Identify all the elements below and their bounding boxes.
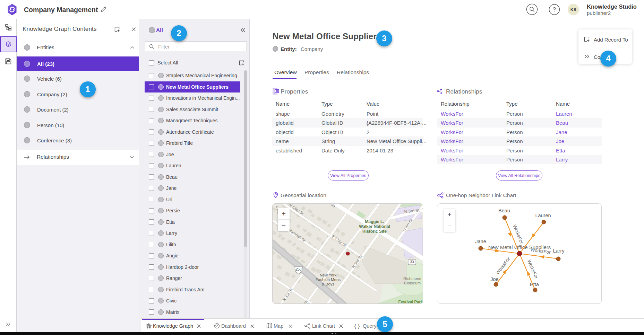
svg-text:Beau: Beau [498, 208, 510, 213]
svg-text:New Metal Office Suppliers: New Metal Office Suppliers [488, 244, 551, 250]
svg-text:Historic Site: Historic Site [362, 229, 387, 234]
svg-text:Coliseum: Coliseum [404, 281, 421, 285]
svg-text:250: 250 [296, 267, 302, 271]
svg-text:New York: New York [320, 273, 337, 277]
svg-text:Lauren: Lauren [535, 213, 551, 218]
svg-text:Jane: Jane [475, 239, 486, 244]
svg-text:Larry: Larry [553, 248, 565, 254]
svg-text:33: 33 [410, 260, 414, 264]
svg-text:Joe: Joe [490, 276, 498, 282]
svg-text:Richmond: Richmond [403, 276, 421, 281]
svg-text:Maggie L.: Maggie L. [365, 219, 384, 224]
svg-text:Walker National: Walker National [359, 224, 390, 229]
svg-text:WorksFor: WorksFor [526, 259, 539, 280]
svg-text:& Boys: & Boys [322, 282, 335, 286]
svg-text:Festival Park: Festival Park [398, 300, 423, 304]
svg-text:Etta: Etta [530, 282, 539, 287]
svg-text:?: ? [553, 7, 556, 12]
svg-text:WorksFor: WorksFor [495, 256, 511, 275]
svg-text:Fashion Mens: Fashion Mens [316, 277, 341, 282]
svg-text:WorksFor: WorksFor [512, 224, 524, 245]
